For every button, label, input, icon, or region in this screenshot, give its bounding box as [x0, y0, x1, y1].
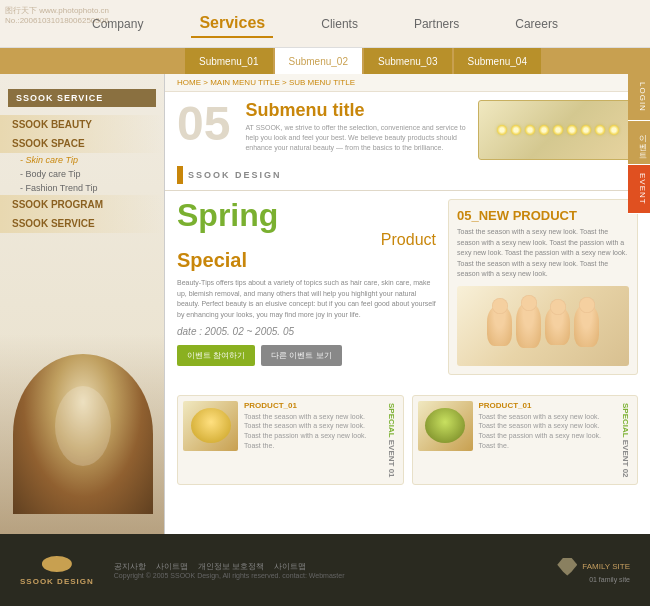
sidebar-menu-space[interactable]: SSOOK SPACE — [0, 134, 164, 153]
sidebar-menu-service[interactable]: SSOOK SERVICE — [0, 214, 164, 233]
spring-left-content: Spring Product Special Beauty-Tips offer… — [177, 199, 436, 375]
footer-logo-icon — [42, 554, 72, 574]
event-label-02: SPECIAL EVENT 02 — [619, 401, 632, 480]
ssook-label: SSOOK DESIGN — [188, 170, 282, 180]
event-product-01: PRODUCT_01 — [244, 401, 379, 410]
content-header: 05 Submenu title AT SSOOK, we strive to … — [165, 92, 650, 160]
events-section: PRODUCT_01 Toast the season with a sexy … — [165, 389, 650, 492]
more-events-button[interactable]: 다른 이벤트 보기 — [261, 345, 341, 366]
sidebar-menu-beauty[interactable]: SSOOK BEAUTY — [0, 115, 164, 134]
spring-section: Spring Product Special Beauty-Tips offer… — [165, 191, 650, 383]
footer-center: 공지사항 사이트맵 개인정보 보호정책 사이트맵 Copyright © 200… — [94, 561, 557, 579]
footer-link-2[interactable]: 개인정보 보호정책 — [198, 561, 264, 572]
spring-buttons: 이벤트 참여하기 다른 이벤트 보기 — [177, 345, 436, 366]
watermark: 图行天下 www.photophoto.cn No.:2006103101800… — [5, 5, 109, 25]
nav-menu: Company Services Clients Partners Career… — [84, 10, 566, 38]
subnav-02[interactable]: Submenu_02 — [275, 48, 363, 74]
nav-careers[interactable]: Careers — [507, 13, 566, 35]
sub-navigation: Submenu_01 Submenu_02 Submenu_03 Submenu… — [0, 48, 650, 74]
event-thumb-02 — [418, 401, 473, 451]
right-tab-event[interactable]: EVENT — [628, 165, 650, 214]
right-tabs: LOGIN 이벤트 EVENT — [628, 74, 650, 214]
footer-family-site: FAMILY SITE 01 family site — [557, 558, 630, 583]
new-product-panel: 05_NEW PRODUCT Toast the season with a s… — [448, 199, 638, 375]
sidebar-item-fashiontrend[interactable]: Fashion Trend Tip — [0, 181, 164, 195]
event-label-01: SPECIAL EVENT 01 — [385, 401, 398, 480]
breadcrumb: HOME > MAIN MENU TITLE > SUB MENU TITLE — [165, 74, 650, 92]
sidebar-menu: SSOOK BEAUTY SSOOK SPACE Skin care Tip B… — [0, 115, 164, 233]
nav-partners[interactable]: Partners — [406, 13, 467, 35]
top-navigation: 图行天下 www.photophoto.cn No.:2006103101800… — [0, 0, 650, 48]
product-image — [457, 286, 629, 366]
submenu-title-block: Submenu title AT SSOOK, we strive to off… — [245, 100, 468, 152]
right-tab-event-kr[interactable]: 이벤트 — [628, 121, 650, 165]
footer-link-0[interactable]: 공지사항 — [114, 561, 146, 572]
main-content-area: SSOOK SERVICE SSOOK BEAUTY SSOOK SPACE S… — [0, 74, 650, 534]
sidebar-item-skincare[interactable]: Skin care Tip — [0, 153, 164, 167]
event-thumb-01 — [183, 401, 238, 451]
event-item-02: PRODUCT_01 Toast the season with a sexy … — [412, 395, 639, 486]
event-desc-01: Toast the season with a sexy new look. T… — [244, 412, 379, 451]
family-site-select[interactable]: 01 family site — [557, 576, 630, 583]
nav-services[interactable]: Services — [191, 10, 273, 38]
footer-copyright: Copyright © 2005 SSOOK Design, All right… — [114, 572, 537, 579]
spring-title: Spring — [177, 199, 436, 231]
sidebar-menu-program[interactable]: SSOOK PROGRAM — [0, 195, 164, 214]
footer-logo: SSOOK DESIGN — [20, 554, 94, 586]
new-product-description: Toast the season with a sexy new look. T… — [457, 227, 629, 280]
subnav-01[interactable]: Submenu_01 — [185, 48, 273, 74]
flower-banner — [478, 100, 638, 160]
footer-link-1[interactable]: 사이트맵 — [156, 561, 188, 572]
footer-links: 공지사항 사이트맵 개인정보 보호정책 사이트맵 — [114, 561, 537, 572]
footer-link-3[interactable]: 사이트맵 — [274, 561, 306, 572]
sidebar-item-bodycare[interactable]: Body care Tip — [0, 167, 164, 181]
footer-logo-text: SSOOK DESIGN — [20, 577, 94, 586]
spring-date: date : 2005. 02 ~ 2005. 05 — [177, 326, 436, 337]
page-description: AT SSOOK, we strive to offer the selecti… — [245, 123, 468, 152]
event-join-button[interactable]: 이벤트 참여하기 — [177, 345, 255, 366]
event-desc-02: Toast the season with a sexy new look. T… — [479, 412, 614, 451]
sidebar-building-decoration — [0, 334, 165, 534]
family-site-label: FAMILY SITE — [582, 562, 630, 571]
page-title: Submenu title — [245, 100, 468, 121]
nav-clients[interactable]: Clients — [313, 13, 366, 35]
spring-special: Special — [177, 249, 436, 272]
ssook-design-section: SSOOK DESIGN — [165, 160, 650, 191]
section-number: 05 — [177, 100, 230, 148]
event-item-01: PRODUCT_01 Toast the season with a sexy … — [177, 395, 404, 486]
footer: SSOOK DESIGN 공지사항 사이트맵 개인정보 보호정책 사이트맵 Co… — [0, 534, 650, 606]
family-site-header: FAMILY SITE — [557, 558, 630, 576]
event-text-01: PRODUCT_01 Toast the season with a sexy … — [244, 401, 379, 451]
event-text-02: PRODUCT_01 Toast the season with a sexy … — [479, 401, 614, 451]
new-product-title: 05_NEW PRODUCT — [457, 208, 629, 223]
content-area: HOME > MAIN MENU TITLE > SUB MENU TITLE … — [165, 74, 650, 534]
spring-product: Product — [177, 231, 436, 249]
right-tab-login[interactable]: LOGIN — [628, 74, 650, 121]
spring-description: Beauty-Tips offers tips about a variety … — [177, 278, 436, 320]
subnav-03[interactable]: Submenu_03 — [364, 48, 452, 74]
ssook-icon — [177, 166, 183, 184]
sidebar-service-label: SSOOK SERVICE — [8, 89, 156, 107]
subnav-04[interactable]: Submenu_04 — [454, 48, 542, 74]
sidebar: SSOOK SERVICE SSOOK BEAUTY SSOOK SPACE S… — [0, 74, 165, 534]
event-product-02: PRODUCT_01 — [479, 401, 614, 410]
